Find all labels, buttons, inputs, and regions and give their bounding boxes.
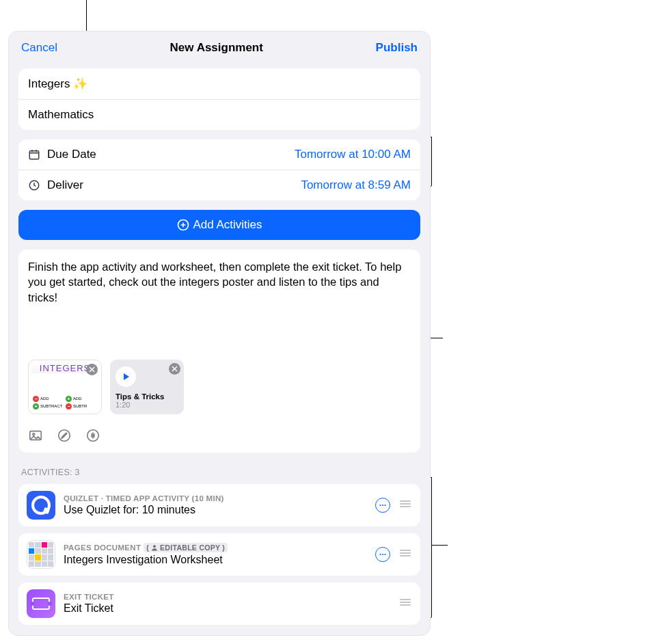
svg-rect-20 [400,599,411,600]
svg-point-16 [384,554,385,555]
assignment-title-field[interactable]: Integers ✨ [18,68,420,100]
activity-meta: EXIT TICKET [64,593,390,601]
activities-section-label: ACTIVITIES: 3 [21,468,418,477]
activity-row-quizlet[interactable]: QUIZLET · TIMED APP ACTIVITY (10 MIN) Us… [18,484,420,526]
attachment-remove-button[interactable] [169,363,180,375]
svg-point-15 [382,554,383,555]
svg-point-13 [153,545,156,548]
svg-rect-21 [400,602,411,603]
description-textarea[interactable]: Finish the app activity and worksheet, t… [28,259,411,305]
deliver-row[interactable]: Deliver Tomorrow at 8:59 AM [18,170,420,200]
add-activities-label: Add Activities [193,218,262,232]
attachment-poster[interactable]: INTEGERS −ADD +ADD +SUBTRACT −SUBTR [28,360,102,414]
svg-rect-12 [400,506,411,507]
play-icon [122,373,130,381]
ellipsis-icon [378,550,388,559]
activity-row-exit-ticket[interactable]: EXIT TICKET Exit Ticket [18,582,420,625]
schedule-card: Due Date Tomorrow at 10:00 AM Deliver To… [18,139,420,200]
assignment-class-text: Mathematics [28,108,94,122]
title-class-card: Integers ✨ Mathematics [18,68,420,130]
plus-circle-icon [176,218,190,232]
image-icon [28,428,43,443]
svg-rect-11 [400,503,411,505]
svg-rect-17 [400,550,411,551]
svg-rect-0 [29,151,39,159]
activity-more-button[interactable] [375,547,390,562]
attachment-row: INTEGERS −ADD +ADD +SUBTRACT −SUBTR [28,360,411,414]
due-date-label: Due Date [47,148,96,161]
drag-handle[interactable] [398,598,412,610]
waveform-icon [85,428,100,443]
reorder-icon [398,499,412,509]
activity-title: Integers Investigation Worksheet [64,554,367,566]
deliver-label: Deliver [47,178,83,192]
close-icon [89,366,95,373]
svg-rect-22 [400,604,411,606]
activity-title: Use Quizlet for: 10 minutes [64,504,367,516]
activity-row-pages[interactable]: PAGES DOCUMENT ( EDITABLE COPY) Integers… [18,533,420,576]
pages-doc-icon [27,540,55,569]
drag-handle[interactable] [398,499,412,511]
svg-point-14 [379,554,381,555]
attachment-audio[interactable]: Tips & Tricks 1:20 [110,360,184,414]
reorder-icon [398,598,412,607]
sheet-title: New Assignment [170,41,263,55]
assignment-class-field[interactable]: Mathematics [18,100,420,130]
person-icon [151,544,158,551]
svg-point-8 [382,505,383,506]
close-icon [172,366,178,372]
insert-audio-button[interactable] [85,428,100,443]
quizlet-app-icon [27,491,55,520]
sheet-body: Integers ✨ Mathematics Due Date Tomorrow… [9,68,430,634]
cancel-button[interactable]: Cancel [21,41,57,55]
activity-meta: QUIZLET · TIMED APP ACTIVITY (10 MIN) [64,494,367,502]
svg-point-4 [33,433,35,435]
insert-scribble-button[interactable] [57,428,72,443]
scribble-icon [57,428,72,443]
svg-point-9 [384,505,385,506]
audio-title: Tips & Tricks [116,392,178,401]
reorder-icon [398,548,412,558]
svg-rect-18 [400,552,411,554]
activity-title: Exit Ticket [64,602,390,615]
exit-ticket-icon [27,589,55,618]
activity-more-button[interactable] [375,498,390,513]
deliver-value: Tomorrow at 8:59 AM [301,178,411,192]
ellipsis-icon [378,500,388,510]
play-button[interactable] [116,366,136,387]
audio-duration: 1:20 [116,401,178,409]
add-activities-button[interactable]: Add Activities [18,210,420,240]
due-date-value: Tomorrow at 10:00 AM [295,148,411,161]
clock-icon [28,179,40,191]
drag-handle[interactable] [398,548,412,561]
assignment-title-text: Integers ✨ [28,77,87,91]
calendar-icon [28,148,40,161]
description-card: Finish the app activity and worksheet, t… [18,250,420,453]
svg-rect-10 [400,500,411,502]
svg-rect-19 [400,555,411,556]
activity-meta: PAGES DOCUMENT ( EDITABLE COPY) [64,543,367,552]
description-toolbar [28,428,411,443]
attachment-remove-button[interactable] [86,364,98,375]
sheet-header: Cancel New Assignment Publish [9,31,430,63]
editable-copy-badge: ( EDITABLE COPY) [144,543,228,552]
publish-button[interactable]: Publish [376,41,418,55]
insert-image-button[interactable] [28,428,43,443]
due-date-row[interactable]: Due Date Tomorrow at 10:00 AM [18,139,420,170]
assignment-sheet: Cancel New Assignment Publish Integers ✨… [8,31,431,636]
svg-point-7 [379,505,381,506]
